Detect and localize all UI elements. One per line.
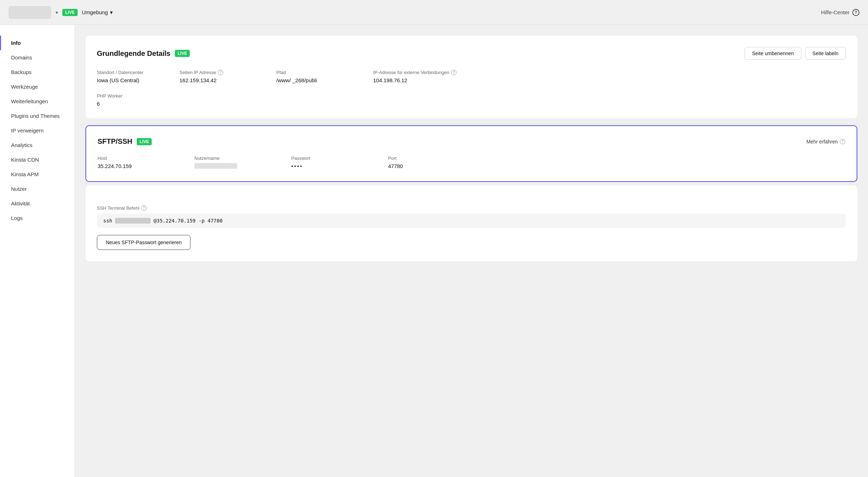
environment-label: Umgebung [82,9,108,15]
sidebar-item-info[interactable]: Info [0,36,74,50]
nutzername-label: Nutzername [194,156,287,161]
passwort-value: •••• [291,163,384,169]
sidebar-item-weiterleitungen[interactable]: Weiterleitungen [0,94,74,109]
mehr-erfahren-icon: ? [840,139,845,144]
sftp-ssh-card: SFTP/SSH LIVE Mehr erfahren ? Host 35.22… [85,125,857,182]
help-circle-icon: ? [852,9,859,16]
ext-ip-help-icon[interactable]: ? [451,70,456,75]
sidebar: Info Domains Backups Werkzeuge Weiterlei… [0,25,75,477]
label-button[interactable]: Seite labeln [805,47,846,60]
sidebar-item-werkzeuge[interactable]: Werkzeuge [0,79,74,94]
sidebar-item-nutzer[interactable]: Nutzer [0,182,74,196]
sftp-live-badge: LIVE [137,138,152,145]
passwort-field: Passwort •••• [291,156,384,170]
ssh-terminal-help-icon[interactable]: ? [141,205,147,211]
sftp-header: SFTP/SSH LIVE Mehr erfahren ? [98,137,845,146]
php-worker-field: PHP Worker 6 [97,93,846,107]
help-center-label: Hilfe-Center [821,9,849,15]
mehr-erfahren-link[interactable]: Mehr erfahren ? [806,139,845,145]
php-worker-label: PHP Worker [97,93,846,99]
sftp-title-row: SFTP/SSH LIVE [98,137,152,146]
ext-ip-value: 104.198.76.12 [373,77,846,83]
sidebar-item-plugins-themes[interactable]: Plugins und Themes [0,109,74,123]
sidebar-item-aktivitaet[interactable]: Aktivität [0,196,74,211]
ip-help-icon[interactable]: ? [218,70,223,75]
main-content: Grundlegende Details LIVE Seite umbenenn… [75,25,868,477]
host-field: Host 35.224.70.159 [98,156,190,170]
port-value: 47780 [388,163,845,169]
logo-chevron-icon[interactable]: ▾ [56,10,58,15]
ssh-command-section: SSH Terminal Befehl ? ssh @35.224.70.159… [97,205,846,228]
help-center-link[interactable]: Hilfe-Center ? [821,9,859,16]
page-layout: Info Domains Backups Werkzeuge Weiterlei… [0,25,868,477]
sidebar-item-domains[interactable]: Domains [0,50,74,65]
grundlegende-details-card: Grundlegende Details LIVE Seite umbenenn… [85,36,857,118]
grundlegende-details-live-badge: LIVE [175,50,190,57]
environment-chevron-icon: ▾ [110,9,113,16]
nutzername-field: Nutzername [194,156,287,170]
sidebar-item-analytics[interactable]: Analytics [0,138,74,152]
ip-label: Seiten IP Adresse ? [179,70,272,75]
ssh-command-box: ssh @35.224.70.159 -p 47780 [97,214,846,228]
sidebar-item-backups[interactable]: Backups [0,65,74,79]
rename-button[interactable]: Seite umbenennen [744,47,801,60]
logo [9,6,51,19]
pfad-label: Pfad [276,70,369,75]
pfad-value: /www/ _268/publi [276,77,369,83]
ext-ip-label: IP-Adresse für externe Verbindungen ? [373,70,846,75]
nutzername-value [194,163,287,170]
port-label: Port [388,156,845,161]
ssh-username-redacted [115,218,151,224]
grundlegende-details-grid: Standort / Datencenter Iowa (US Central)… [97,70,846,83]
ssh-terminal-label: SSH Terminal Befehl ? [97,205,846,211]
port-field: Port 47780 [388,156,845,170]
card-actions: Seite umbenennen Seite labeln [744,47,846,60]
ip-value: 162.159.134.42 [179,77,272,83]
topbar: ▾ LIVE Umgebung ▾ Hilfe-Center ? [0,0,868,25]
nutzername-redacted [194,163,237,169]
host-value: 35.224.70.159 [98,163,190,169]
grundlegende-details-header: Grundlegende Details LIVE Seite umbenenn… [97,47,846,60]
sftp-title: SFTP/SSH [98,137,132,146]
standort-field: Standort / Datencenter Iowa (US Central) [97,70,175,83]
pfad-field: Pfad /www/ _268/publi [276,70,369,83]
ext-ip-field: IP-Adresse für externe Verbindungen ? 10… [373,70,846,83]
grundlegende-details-title: Grundlegende Details [97,49,171,58]
ssh-cmd-host: @35.224.70.159 -p 47780 [153,218,223,224]
ssh-terminal-card: SSH Terminal Befehl ? ssh @35.224.70.159… [85,185,857,261]
host-label: Host [98,156,190,161]
php-worker-section: PHP Worker 6 [97,93,846,107]
card-title-row: Grundlegende Details LIVE [97,49,190,58]
sftp-grid: Host 35.224.70.159 Nutzername Passwort [98,156,845,170]
ip-field: Seiten IP Adresse ? 162.159.134.42 [179,70,272,83]
php-worker-value: 6 [97,101,846,107]
passwort-label: Passwort [291,156,384,161]
standort-label: Standort / Datencenter [97,70,175,75]
sidebar-item-kinsta-apm[interactable]: Kinsta APM [0,167,74,182]
sidebar-item-kinsta-cdn[interactable]: Kinsta CDN [0,152,74,167]
sidebar-item-ip-verweigern[interactable]: IP verweigern [0,123,74,138]
ssh-cmd-prefix: ssh [103,218,112,224]
sidebar-item-logs[interactable]: Logs [0,211,74,225]
topbar-live-badge: LIVE [62,9,78,16]
topbar-left: ▾ LIVE Umgebung ▾ [9,6,113,19]
standort-value: Iowa (US Central) [97,77,175,83]
generate-sftp-password-button[interactable]: Neues SFTP-Passwort generieren [97,235,190,250]
environment-dropdown[interactable]: Umgebung ▾ [82,9,113,16]
